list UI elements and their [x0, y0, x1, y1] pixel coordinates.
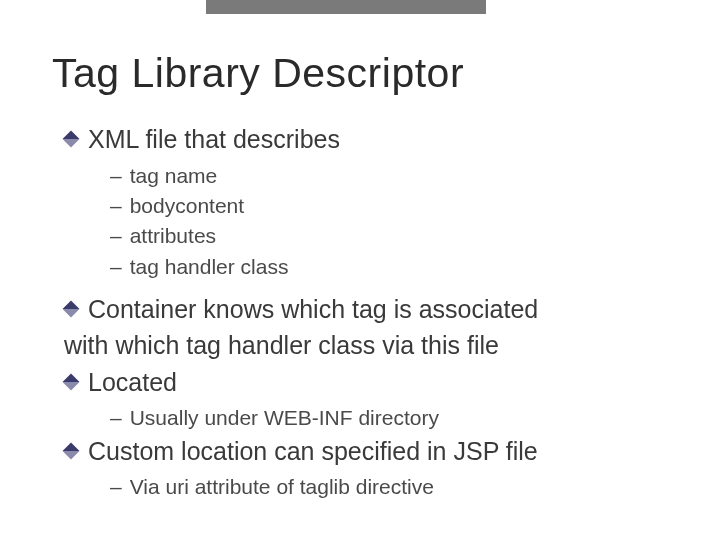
dash-icon: – — [110, 253, 122, 281]
sub-item-text: tag handler class — [130, 253, 289, 281]
bullet-container-knows: Container knows which tag is associated — [64, 293, 678, 326]
sub-item: – attributes — [110, 222, 678, 250]
sub-item-text: Via uri attribute of taglib directive — [130, 473, 434, 501]
bullet-text: Located — [88, 366, 177, 399]
sub-item: – tag name — [110, 162, 678, 190]
bullet-xml-describes: XML file that describes — [64, 123, 678, 156]
sub-item-text: bodycontent — [130, 192, 244, 220]
sub-item: – Via uri attribute of taglib directive — [110, 473, 678, 501]
slide-title: Tag Library Descriptor — [52, 50, 678, 97]
diamond-bullet-icon — [64, 132, 78, 146]
dash-icon: – — [110, 192, 122, 220]
dash-icon: – — [110, 222, 122, 250]
diamond-bullet-icon — [64, 375, 78, 389]
sub-item-text: attributes — [130, 222, 216, 250]
diamond-bullet-icon — [64, 302, 78, 316]
sublist-located: – Usually under WEB-INF directory — [110, 404, 678, 432]
bullet-custom-location: Custom location can specified in JSP fil… — [64, 435, 678, 468]
sub-item-text: tag name — [130, 162, 218, 190]
sublist-custom-location: – Via uri attribute of taglib directive — [110, 473, 678, 501]
dash-icon: – — [110, 473, 122, 501]
bullet-text: XML file that describes — [88, 123, 340, 156]
sub-item-text: Usually under WEB-INF directory — [130, 404, 439, 432]
bullet-located: Located — [64, 366, 678, 399]
bullet-text: Custom location can specified in JSP fil… — [88, 435, 538, 468]
bullet-text-line1: Container knows which tag is associated — [88, 293, 538, 326]
dash-icon: – — [110, 162, 122, 190]
diamond-bullet-icon — [64, 444, 78, 458]
dash-icon: – — [110, 404, 122, 432]
sub-item: – Usually under WEB-INF directory — [110, 404, 678, 432]
bullet-text-line2: with which tag handler class via this fi… — [64, 329, 678, 362]
sublist-xml-describes: – tag name – bodycontent – attributes – … — [110, 162, 678, 281]
sub-item: – tag handler class — [110, 253, 678, 281]
decorative-top-bar — [206, 0, 486, 14]
slide-content: Tag Library Descriptor XML file that des… — [0, 0, 720, 502]
sub-item: – bodycontent — [110, 192, 678, 220]
